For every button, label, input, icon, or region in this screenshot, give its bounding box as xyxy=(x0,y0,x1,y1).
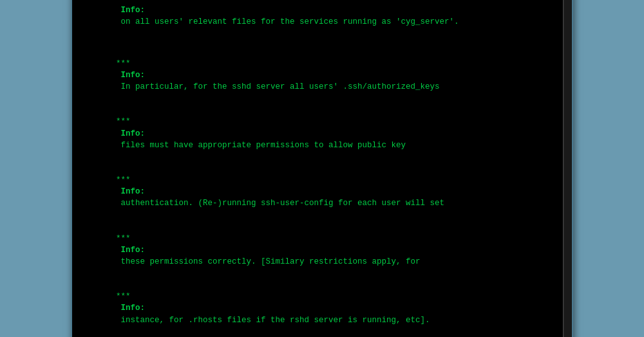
stars: *** xyxy=(116,117,131,126)
info-label: Info: xyxy=(116,246,145,255)
info-text: files must have appropriate permissions … xyxy=(116,141,406,150)
terminal-line: *** Info: authentication. (Re-)running s… xyxy=(77,163,558,221)
info-label: Info: xyxy=(116,304,145,313)
info-label: Info: xyxy=(116,187,145,196)
stars: *** xyxy=(116,234,131,243)
info-label: Info: xyxy=(116,129,145,138)
info-text: In particular, for the sshd server all u… xyxy=(116,82,440,91)
scrollbar[interactable]: ▲ ▼ xyxy=(563,0,572,337)
terminal-line: *** Info: these permissions correctly. [… xyxy=(77,221,558,280)
info-text: on all users' relevant files for the ser… xyxy=(116,17,459,26)
scrollbar-track[interactable] xyxy=(564,0,572,337)
terminal-line: *** Info: instance, for .rhosts files if… xyxy=(77,279,558,337)
info-text: these permissions correctly. [Similary r… xyxy=(116,257,421,266)
terminal-wrapper: *** Info: User 'cyg_server' has been cre… xyxy=(72,0,572,337)
stars: *** xyxy=(116,0,131,3)
empty-line xyxy=(77,40,558,46)
stars: *** xyxy=(116,292,131,301)
info-label: Info: xyxy=(116,71,145,80)
info-label: Info: xyxy=(116,6,145,15)
terminal-content[interactable]: *** Info: User 'cyg_server' has been cre… xyxy=(72,0,563,337)
info-text: authentication. (Re-)running ssh-user-co… xyxy=(116,199,444,208)
terminal-line: *** Info: In particular, for the sshd se… xyxy=(77,46,558,105)
terminal-line: *** Info: on all users' relevant files f… xyxy=(77,0,558,40)
terminal-window: C- ~ — □ ✕ *** Info: User 'cyg_server' h… xyxy=(71,0,573,337)
stars: *** xyxy=(116,176,131,185)
terminal-line: *** Info: files must have appropriate pe… xyxy=(77,104,558,163)
stars: *** xyxy=(116,59,131,68)
info-text: instance, for .rhosts files if the rshd … xyxy=(116,316,430,325)
